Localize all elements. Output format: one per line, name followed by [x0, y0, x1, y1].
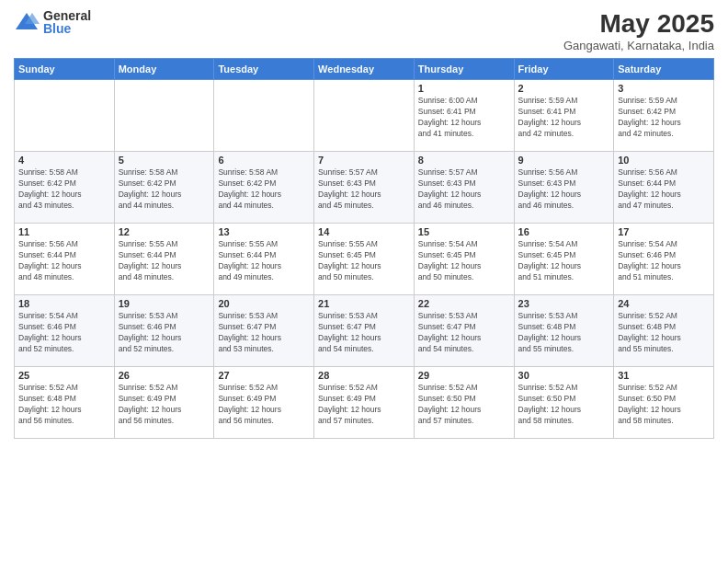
- day-num-21: 21: [318, 298, 410, 309]
- col-wednesday: Wednesday: [314, 59, 415, 80]
- day-info-16: Sunrise: 5:54 AM Sunset: 6:45 PM Dayligh…: [518, 239, 610, 283]
- day-info-13: Sunrise: 5:55 AM Sunset: 6:44 PM Dayligh…: [218, 239, 310, 283]
- col-thursday: Thursday: [414, 59, 514, 80]
- month-title: May 2025: [563, 9, 714, 39]
- cell-0-1: [114, 80, 214, 152]
- day-num-14: 14: [318, 226, 410, 237]
- day-num-9: 9: [518, 155, 610, 166]
- week-row-2: 11Sunrise: 5:56 AM Sunset: 6:44 PM Dayli…: [15, 224, 714, 295]
- week-row-4: 25Sunrise: 5:52 AM Sunset: 6:48 PM Dayli…: [15, 367, 714, 439]
- col-monday: Monday: [114, 59, 214, 80]
- day-num-13: 13: [218, 226, 310, 237]
- week-row-0: 1Sunrise: 6:00 AM Sunset: 6:41 PM Daylig…: [15, 80, 714, 152]
- day-info-20: Sunrise: 5:53 AM Sunset: 6:47 PM Dayligh…: [218, 311, 310, 355]
- cell-1-6: 10Sunrise: 5:56 AM Sunset: 6:44 PM Dayli…: [614, 152, 714, 224]
- day-info-30: Sunrise: 5:52 AM Sunset: 6:50 PM Dayligh…: [518, 383, 610, 427]
- day-num-10: 10: [618, 155, 710, 166]
- logo-blue-text: Blue: [43, 22, 91, 35]
- day-num-19: 19: [119, 298, 210, 309]
- cell-1-2: 6Sunrise: 5:58 AM Sunset: 6:42 PM Daylig…: [214, 152, 314, 224]
- col-friday: Friday: [514, 59, 614, 80]
- cell-4-4: 29Sunrise: 5:52 AM Sunset: 6:50 PM Dayli…: [414, 367, 514, 439]
- cell-3-6: 24Sunrise: 5:52 AM Sunset: 6:48 PM Dayli…: [614, 295, 714, 367]
- cell-1-4: 8Sunrise: 5:57 AM Sunset: 6:43 PM Daylig…: [414, 152, 514, 224]
- day-info-23: Sunrise: 5:53 AM Sunset: 6:48 PM Dayligh…: [518, 311, 610, 355]
- col-saturday: Saturday: [614, 59, 714, 80]
- cell-4-3: 28Sunrise: 5:52 AM Sunset: 6:49 PM Dayli…: [314, 367, 415, 439]
- day-num-6: 6: [218, 155, 310, 166]
- cell-2-5: 16Sunrise: 5:54 AM Sunset: 6:45 PM Dayli…: [514, 224, 614, 295]
- cell-2-1: 12Sunrise: 5:55 AM Sunset: 6:44 PM Dayli…: [114, 224, 214, 295]
- day-info-10: Sunrise: 5:56 AM Sunset: 6:44 PM Dayligh…: [618, 167, 710, 212]
- logo-general-text: General: [43, 9, 91, 22]
- cell-0-2: [214, 80, 314, 152]
- cell-1-5: 9Sunrise: 5:56 AM Sunset: 6:43 PM Daylig…: [514, 152, 614, 224]
- title-block: May 2025 Gangawati, Karnataka, India: [563, 9, 714, 52]
- day-info-5: Sunrise: 5:58 AM Sunset: 6:42 PM Dayligh…: [119, 167, 210, 212]
- header: General Blue May 2025 Gangawati, Karnata…: [14, 9, 714, 52]
- week-row-3: 18Sunrise: 5:54 AM Sunset: 6:46 PM Dayli…: [15, 295, 714, 367]
- day-info-24: Sunrise: 5:52 AM Sunset: 6:48 PM Dayligh…: [618, 311, 710, 355]
- day-info-1: Sunrise: 6:00 AM Sunset: 6:41 PM Dayligh…: [418, 96, 510, 140]
- col-tuesday: Tuesday: [214, 59, 314, 80]
- day-num-27: 27: [218, 370, 310, 381]
- day-info-6: Sunrise: 5:58 AM Sunset: 6:42 PM Dayligh…: [218, 167, 310, 212]
- cell-3-4: 22Sunrise: 5:53 AM Sunset: 6:47 PM Dayli…: [414, 295, 514, 367]
- logo-text: General Blue: [43, 9, 91, 35]
- day-info-2: Sunrise: 5:59 AM Sunset: 6:41 PM Dayligh…: [518, 96, 610, 140]
- col-sunday: Sunday: [15, 59, 115, 80]
- day-num-4: 4: [18, 155, 110, 166]
- day-info-29: Sunrise: 5:52 AM Sunset: 6:50 PM Dayligh…: [418, 383, 510, 427]
- day-num-7: 7: [318, 155, 410, 166]
- cell-4-5: 30Sunrise: 5:52 AM Sunset: 6:50 PM Dayli…: [514, 367, 614, 439]
- day-num-3: 3: [618, 83, 710, 94]
- location-title: Gangawati, Karnataka, India: [563, 39, 714, 52]
- cell-3-0: 18Sunrise: 5:54 AM Sunset: 6:46 PM Dayli…: [15, 295, 115, 367]
- day-info-7: Sunrise: 5:57 AM Sunset: 6:43 PM Dayligh…: [318, 167, 410, 212]
- day-num-26: 26: [119, 370, 210, 381]
- day-info-21: Sunrise: 5:53 AM Sunset: 6:47 PM Dayligh…: [318, 311, 410, 355]
- cell-1-1: 5Sunrise: 5:58 AM Sunset: 6:42 PM Daylig…: [114, 152, 214, 224]
- cell-4-1: 26Sunrise: 5:52 AM Sunset: 6:49 PM Dayli…: [114, 367, 214, 439]
- day-info-4: Sunrise: 5:58 AM Sunset: 6:42 PM Dayligh…: [18, 167, 110, 212]
- week-row-1: 4Sunrise: 5:58 AM Sunset: 6:42 PM Daylig…: [15, 152, 714, 224]
- day-info-3: Sunrise: 5:59 AM Sunset: 6:42 PM Dayligh…: [618, 96, 710, 140]
- day-num-29: 29: [418, 370, 510, 381]
- day-info-14: Sunrise: 5:55 AM Sunset: 6:45 PM Dayligh…: [318, 239, 410, 283]
- cell-4-0: 25Sunrise: 5:52 AM Sunset: 6:48 PM Dayli…: [15, 367, 115, 439]
- cell-2-6: 17Sunrise: 5:54 AM Sunset: 6:46 PM Dayli…: [614, 224, 714, 295]
- day-info-12: Sunrise: 5:55 AM Sunset: 6:44 PM Dayligh…: [119, 239, 210, 283]
- day-num-28: 28: [318, 370, 410, 381]
- day-num-1: 1: [418, 83, 510, 94]
- cell-2-3: 14Sunrise: 5:55 AM Sunset: 6:45 PM Dayli…: [314, 224, 415, 295]
- day-info-8: Sunrise: 5:57 AM Sunset: 6:43 PM Dayligh…: [418, 167, 510, 212]
- day-num-23: 23: [518, 298, 610, 309]
- day-num-30: 30: [518, 370, 610, 381]
- day-num-17: 17: [618, 226, 710, 237]
- cell-3-1: 19Sunrise: 5:53 AM Sunset: 6:46 PM Dayli…: [114, 295, 214, 367]
- cell-0-4: 1Sunrise: 6:00 AM Sunset: 6:41 PM Daylig…: [414, 80, 514, 152]
- day-info-28: Sunrise: 5:52 AM Sunset: 6:49 PM Dayligh…: [318, 383, 410, 427]
- day-num-5: 5: [119, 155, 210, 166]
- day-info-31: Sunrise: 5:52 AM Sunset: 6:50 PM Dayligh…: [618, 383, 710, 427]
- day-num-25: 25: [18, 370, 110, 381]
- header-row: Sunday Monday Tuesday Wednesday Thursday…: [15, 59, 714, 80]
- cell-0-6: 3Sunrise: 5:59 AM Sunset: 6:42 PM Daylig…: [614, 80, 714, 152]
- day-info-27: Sunrise: 5:52 AM Sunset: 6:49 PM Dayligh…: [218, 383, 310, 427]
- cell-3-2: 20Sunrise: 5:53 AM Sunset: 6:47 PM Dayli…: [214, 295, 314, 367]
- day-num-2: 2: [518, 83, 610, 94]
- day-num-18: 18: [18, 298, 110, 309]
- calendar-table: Sunday Monday Tuesday Wednesday Thursday…: [14, 58, 714, 439]
- day-num-16: 16: [518, 226, 610, 237]
- day-num-8: 8: [418, 155, 510, 166]
- calendar-page: General Blue May 2025 Gangawati, Karnata…: [0, 0, 728, 563]
- cell-4-2: 27Sunrise: 5:52 AM Sunset: 6:49 PM Dayli…: [214, 367, 314, 439]
- cell-2-0: 11Sunrise: 5:56 AM Sunset: 6:44 PM Dayli…: [15, 224, 115, 295]
- logo: General Blue: [14, 9, 91, 35]
- day-num-22: 22: [418, 298, 510, 309]
- logo-icon: [14, 11, 40, 33]
- day-num-12: 12: [119, 226, 210, 237]
- cell-3-5: 23Sunrise: 5:53 AM Sunset: 6:48 PM Dayli…: [514, 295, 614, 367]
- day-num-11: 11: [18, 226, 110, 237]
- day-num-24: 24: [618, 298, 710, 309]
